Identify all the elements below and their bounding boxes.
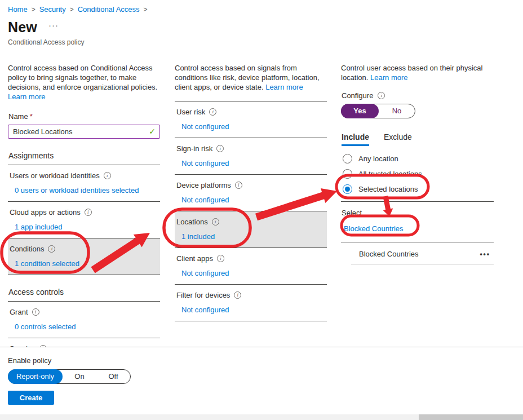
locations-column: Control user access based on their physi… [341,61,494,265]
tab-include[interactable]: Include [342,132,369,146]
radio-all-trusted-locations[interactable]: All trusted locations [341,169,494,179]
radio-selected-icon[interactable] [343,184,352,194]
locations-intro-text: Control user access based on their physi… [341,63,494,82]
policy-intro: Control access based on Conditional Acce… [8,64,157,91]
radio-icon[interactable] [343,154,352,163]
conditions-selected-link[interactable]: 1 condition selected [8,259,160,268]
name-label-text: Name [8,112,28,121]
users-row[interactable]: Users or workload identitiesi 0 users or… [8,165,160,202]
users-label: Users or workload identities [10,171,100,180]
locations-row[interactable]: Locationsi 1 included [175,211,327,248]
include-exclude-tabs: Include Exclude [341,132,494,146]
info-icon[interactable]: i [212,218,219,226]
info-icon[interactable]: i [209,108,216,116]
radio-selected-locations[interactable]: Selected locations [341,184,494,194]
cloud-apps-label: Cloud apps or actions [10,208,81,216]
divider [341,201,494,202]
breadcrumb-home[interactable]: Home [8,5,28,14]
policy-column: Control access based on Conditional Acce… [8,61,160,360]
conditions-column: Control access based on signals from con… [175,61,327,321]
name-label: Name* [8,112,160,121]
grant-row[interactable]: Granti 0 controls selected [8,302,160,338]
info-icon[interactable]: i [104,172,111,179]
locations-intro: Control user access based on their physi… [341,64,482,82]
conditions-label: Conditions [10,245,44,253]
more-options-icon[interactable]: ··· [48,20,59,30]
device-platforms-row[interactable]: Device platformsi Not configured [175,175,327,211]
filter-for-devices-label: Filter for devices [176,291,230,299]
cloud-apps-included-link[interactable]: 1 app included [8,223,160,231]
policy-name-input[interactable] [8,125,160,139]
on-option[interactable]: On [63,370,96,383]
configure-yes-option[interactable]: Yes [341,104,379,118]
cloud-apps-row[interactable]: Cloud apps or actionsi 1 app included [8,202,160,238]
info-icon[interactable]: i [217,255,224,262]
filter-for-devices-value-link[interactable]: Not configured [175,306,327,314]
access-controls-header: Access controls [8,288,160,302]
client-apps-row[interactable]: Client appsi Not configured [175,248,327,285]
locations-label: Locations [176,218,208,226]
user-risk-value-link[interactable]: Not configured [175,122,327,131]
report-only-option[interactable]: Report-only [8,369,63,384]
device-platforms-label: Device platforms [176,181,231,189]
client-apps-label: Client apps [176,254,213,263]
scrollbar-thumb[interactable] [419,414,523,420]
info-icon[interactable]: i [378,92,385,99]
off-option[interactable]: Off [96,370,130,383]
configure-toggle: Yes No [341,104,415,118]
users-selected-link[interactable]: 0 users or workload identities selected [8,186,160,194]
breadcrumb-security[interactable]: Security [39,5,66,14]
page-subtitle: Conditional Access policy [8,38,84,46]
conditions-learn-more-link[interactable]: Learn more [265,83,303,91]
policy-intro-text: Control access based on Conditional Acce… [8,63,160,101]
conditions-intro-text: Control access based on signals from con… [175,63,327,92]
blocked-countries-link[interactable]: Blocked Countries [341,224,494,233]
sign-in-risk-value-link[interactable]: Not configured [175,159,327,167]
assignments-header: Assignments [8,151,160,165]
selected-location-name: Blocked Countries [359,250,419,258]
info-icon[interactable]: i [48,245,55,253]
info-icon[interactable]: i [32,308,39,316]
chevron-right-icon: > [70,6,74,14]
enable-policy-toggle: Report-only On Off [8,369,131,384]
selected-location-entry[interactable]: Blocked Countries ••• [341,242,494,258]
radio-any-location[interactable]: Any location [341,154,494,163]
sign-in-risk-label: Sign-in risk [176,144,212,153]
page-title: New [8,19,37,36]
locations-learn-more-link[interactable]: Learn more [370,73,407,82]
row-more-options-icon[interactable]: ••• [480,250,490,258]
user-risk-label: User risk [176,108,205,116]
user-risk-row[interactable]: User riski Not configured [175,101,327,138]
info-icon[interactable]: i [216,145,224,152]
radio-selected-locations-label: Selected locations [358,185,418,193]
configure-no-option[interactable]: No [379,104,415,118]
create-button[interactable]: Create [8,391,54,405]
grant-selected-link[interactable]: 0 controls selected [8,322,160,331]
info-icon[interactable]: i [85,209,92,216]
sign-in-risk-row[interactable]: Sign-in riski Not configured [175,138,327,175]
filter-for-devices-row[interactable]: Filter for devicesi Not configured [175,285,327,321]
client-apps-value-link[interactable]: Not configured [175,269,327,277]
radio-any-location-label: Any location [358,154,398,163]
divider-light [351,264,494,265]
chevron-right-icon: > [144,6,148,14]
configure-label: Configure [342,91,373,100]
select-label: Select [341,209,494,217]
tab-exclude[interactable]: Exclude [384,132,412,146]
locations-included-link[interactable]: 1 included [175,232,327,241]
enable-policy-label: Enable policy [8,356,523,365]
info-icon[interactable]: i [234,291,241,299]
radio-icon[interactable] [343,169,352,179]
grant-label: Grant [10,308,28,316]
info-icon[interactable]: i [235,182,242,189]
page-footer: Enable policy Report-only On Off Create [0,347,523,415]
breadcrumb-conditional-access[interactable]: Conditional Access [78,5,140,14]
breadcrumb: Home>Security>Conditional Access> [8,5,152,14]
radio-all-trusted-locations-label: All trusted locations [358,170,422,178]
valid-check-icon: ✓ [149,127,156,136]
device-platforms-value-link[interactable]: Not configured [175,196,327,204]
conditions-row[interactable]: Conditionsi 1 condition selected [8,238,160,275]
chevron-right-icon: > [32,6,36,14]
horizontal-scrollbar[interactable] [0,414,523,420]
policy-learn-more-link[interactable]: Learn more [8,92,45,101]
